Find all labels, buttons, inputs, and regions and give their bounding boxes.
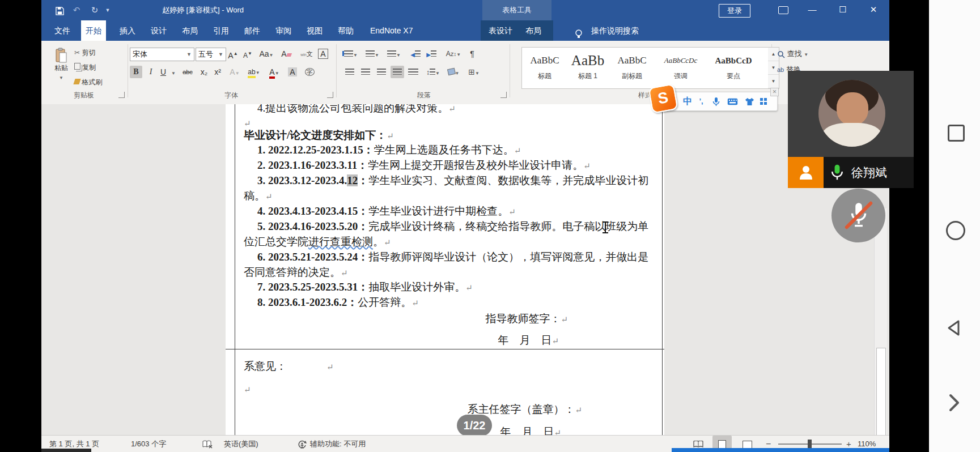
tab-insert[interactable]: 插入 <box>115 20 140 41</box>
avatar <box>818 80 885 147</box>
ime-toolbar[interactable]: S 中 ’, ✕ <box>656 92 778 111</box>
change-case-button[interactable]: Aa▼ <box>258 48 275 60</box>
clear-formatting-button[interactable]: A <box>279 48 293 60</box>
tab-endnote[interactable]: EndNote X7 <box>366 20 418 41</box>
nav-recents-icon[interactable] <box>948 125 965 142</box>
maximize-button[interactable]: ☐ <box>831 0 854 20</box>
phonetic-guide-button[interactable]: win文 <box>300 48 313 60</box>
style-item-title[interactable]: AaBbC 标题 <box>527 50 563 85</box>
text-effects-button[interactable]: A▼ <box>228 66 241 78</box>
tab-view[interactable]: 视图 <box>302 20 327 41</box>
borders-button[interactable]: ⊞▼ <box>465 66 482 78</box>
zoom-slider-thumb[interactable] <box>808 440 812 449</box>
tell-me-search[interactable]: 操作说明搜索 <box>587 20 643 41</box>
highlight-color-button[interactable]: ab▼ <box>247 66 261 78</box>
font-size-combo[interactable]: 五号▼ <box>196 48 226 61</box>
bold-button[interactable]: B <box>130 66 142 78</box>
superscript-button[interactable]: x² <box>211 66 224 78</box>
show-marks-button[interactable]: ¶ <box>466 48 478 60</box>
decrease-indent-button[interactable]: ◀ <box>409 48 422 60</box>
italic-button[interactable]: I <box>146 66 156 78</box>
style-item-keypoint[interactable]: AaBbCcD 要点 <box>709 50 758 85</box>
gallery-expand-icon[interactable]: ▼ <box>768 75 779 88</box>
align-left-button[interactable] <box>343 66 357 78</box>
align-center-button[interactable] <box>359 66 372 78</box>
mute-microphone-button[interactable] <box>831 189 885 242</box>
close-button[interactable]: ✕ <box>862 0 885 20</box>
sort-button[interactable]: AZ↕▼ <box>444 48 463 60</box>
phone-nav-strip <box>929 0 980 452</box>
ribbon-display-options-icon[interactable] <box>778 6 788 14</box>
font-dialog-launcher[interactable] <box>327 92 333 98</box>
word-count-status[interactable]: 1/603 个字 <box>131 436 166 452</box>
ime-toolbox-grid-icon[interactable] <box>760 98 763 101</box>
strikethrough-button[interactable]: abc <box>180 66 196 78</box>
tab-home[interactable]: 开始 <box>81 20 106 41</box>
underline-button[interactable]: U <box>158 66 168 78</box>
tab-file[interactable]: 文件 <box>50 20 75 41</box>
increase-indent-button[interactable]: ▶ <box>425 48 438 60</box>
style-item-subtitle[interactable]: AaBbC 副标题 <box>613 50 651 85</box>
proofing-icon[interactable] <box>202 436 213 452</box>
language-status[interactable]: 英语(美国) <box>224 436 258 452</box>
ime-mode-chinese[interactable]: 中 <box>681 92 694 110</box>
underline-caret-icon[interactable]: ▼ <box>169 66 177 78</box>
distribute-button[interactable] <box>406 66 420 78</box>
line-spacing-button[interactable]: ↕▼ <box>425 66 442 78</box>
enclose-characters-button[interactable]: 字 <box>302 66 317 78</box>
grow-font-button[interactable]: A▲ <box>226 48 240 60</box>
collapse-panel-chevron-icon[interactable] <box>947 392 961 413</box>
font-color-button[interactable]: A▼ <box>267 66 282 78</box>
justify-button[interactable] <box>391 66 404 78</box>
character-shading-button[interactable]: A <box>286 66 299 78</box>
dept-opinion-line: 系意见：↵ <box>244 359 334 374</box>
video-call-panel[interactable]: 徐翔斌 <box>788 71 914 188</box>
style-item-emphasis[interactable]: AaBbCcDc 强调 <box>656 50 706 85</box>
tab-mailings[interactable]: 邮件 <box>240 20 265 41</box>
vertical-scrollbar[interactable] <box>874 208 887 435</box>
doc-line-clipped: 4.提出该物流公司包装问题的解决对策。↵ <box>257 104 456 116</box>
font-name-combo[interactable]: 宋体▼ <box>130 48 194 61</box>
save-icon[interactable] <box>53 0 66 20</box>
clipboard-dialog-launcher[interactable] <box>118 92 125 98</box>
tab-help[interactable]: 帮助 <box>333 20 358 41</box>
bullets-button[interactable]: ▼ <box>343 48 359 60</box>
shrink-font-button[interactable]: A▼ <box>241 48 254 60</box>
mic-icon[interactable] <box>709 92 723 110</box>
copy-button[interactable]: 复制 <box>74 63 96 73</box>
sogou-logo-icon[interactable]: S <box>648 83 678 113</box>
find-button[interactable]: 查找 ▼ <box>777 49 808 59</box>
numbering-button[interactable]: ▼ <box>364 48 380 60</box>
undo-icon[interactable]: ↶ <box>69 0 84 20</box>
scrollbar-thumb[interactable] <box>876 348 886 435</box>
nav-home-icon[interactable] <box>946 221 965 240</box>
paragraph-dialog-launcher[interactable] <box>500 92 507 98</box>
tab-layout[interactable]: 布局 <box>177 20 202 41</box>
nav-back-icon[interactable] <box>944 318 964 338</box>
doc-line-5-wrap: 位汇总交学院进行查重检测。↵ <box>244 234 391 250</box>
tab-design[interactable]: 设计 <box>146 20 171 41</box>
tab-references[interactable]: 引用 <box>209 20 234 41</box>
subscript-button[interactable]: x₂ <box>198 66 210 78</box>
style-item-heading1[interactable]: AaBb 标题 1 <box>566 50 609 85</box>
align-right-button[interactable] <box>375 66 388 78</box>
format-painter-button[interactable]: 格式刷 <box>74 78 102 87</box>
accessibility-status[interactable]: 辅助功能: 不可用 <box>310 436 366 452</box>
ime-collapse-icon[interactable]: ✕ <box>770 88 779 96</box>
doc-line-3-wrap: 稿。↵ <box>244 189 273 204</box>
character-border-button[interactable]: A <box>317 48 329 60</box>
paste-button[interactable]: 粘贴 ▼ <box>49 48 73 81</box>
document-page[interactable]: 4.提出该物流公司包装问题的解决对策。↵ ↵ 毕业设计/论文进度安排如下：↵ 1… <box>226 104 664 435</box>
minimize-button[interactable]: — <box>801 0 824 20</box>
tab-table-design[interactable]: 表设计 <box>484 20 517 41</box>
redo-icon[interactable]: ↻ <box>87 0 103 20</box>
tab-review[interactable]: 审阅 <box>271 20 296 41</box>
skin-shirt-icon[interactable] <box>742 92 757 110</box>
multilevel-list-button[interactable]: ▼ <box>386 48 402 60</box>
tab-table-layout[interactable]: 布局 <box>521 20 546 41</box>
keyboard-icon[interactable] <box>725 92 740 110</box>
login-button[interactable]: 登录 <box>719 4 750 18</box>
ime-punctuation[interactable]: ’, <box>695 92 707 110</box>
shading-button[interactable]: ▼ <box>445 66 462 78</box>
cut-button[interactable]: ✂ 剪切 <box>74 48 95 58</box>
